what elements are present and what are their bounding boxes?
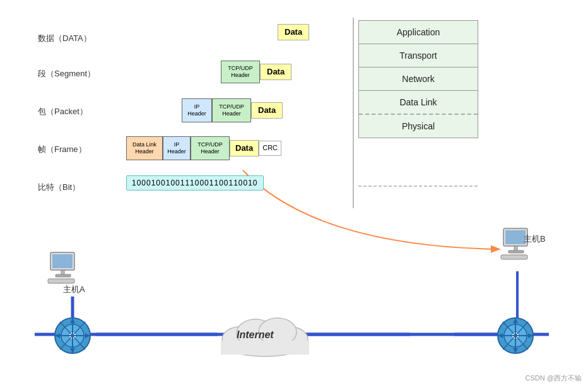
host-a-label: 主机A <box>63 284 85 295</box>
svg-rect-11 <box>56 274 71 277</box>
ip-header-4: IPHeader <box>163 136 191 160</box>
tcpudp-header-4: TCP/UDPHeader <box>191 136 230 160</box>
router-left <box>49 315 90 356</box>
label-frame: 帧（Frame） <box>38 144 86 155</box>
row-packet: IPHeader TCP/UDPHeader Data <box>182 98 283 122</box>
main-canvas: Application Transport Network Data Link … <box>0 0 588 388</box>
svg-rect-45 <box>221 341 309 355</box>
svg-rect-14 <box>505 230 526 244</box>
osi-layer-network: Network <box>359 68 478 91</box>
host-b-label: 主机B <box>524 233 546 245</box>
svg-rect-9 <box>52 254 73 268</box>
label-bit: 比特（Bit） <box>38 182 80 193</box>
osi-stack: Application Transport Network Data Link … <box>358 20 478 138</box>
dl-header-4: Data LinkHeader <box>126 136 163 160</box>
row-data: Data <box>278 24 309 40</box>
osi-layer-application: Application <box>359 21 478 44</box>
router-right <box>492 315 532 356</box>
tcpudp-header-3: TCP/UDPHeader <box>212 98 251 122</box>
svg-rect-17 <box>501 255 527 259</box>
svg-rect-16 <box>509 250 524 253</box>
label-data: 数据（DATA） <box>38 33 91 44</box>
osi-layer-datalink: Data Link <box>359 91 478 115</box>
ip-header-3: IPHeader <box>182 98 212 122</box>
data-box-1: Data <box>278 24 309 40</box>
bit-row: 10001001001110001100110010 <box>126 175 264 191</box>
osi-layer-physical: Physical <box>359 115 478 138</box>
label-segment: 段（Segment） <box>38 68 95 79</box>
tcpudp-header-2: TCP/UDPHeader <box>221 61 260 83</box>
data-box-4: Data <box>230 140 259 156</box>
watermark: CSDN @西方不输 <box>526 373 582 383</box>
osi-layer-transport: Transport <box>359 44 478 68</box>
crc-box: CRC <box>259 141 281 155</box>
data-box-2: Data <box>260 64 291 80</box>
internet-label: Internet <box>237 329 274 341</box>
label-packet: 包（Packet） <box>38 106 88 117</box>
svg-rect-12 <box>48 279 74 283</box>
row-frame: Data LinkHeader IPHeader TCP/UDPHeader D… <box>126 136 281 160</box>
computer-host-a <box>45 251 83 286</box>
row-segment: TCP/UDPHeader Data <box>221 61 291 83</box>
data-box-3: Data <box>251 102 283 119</box>
